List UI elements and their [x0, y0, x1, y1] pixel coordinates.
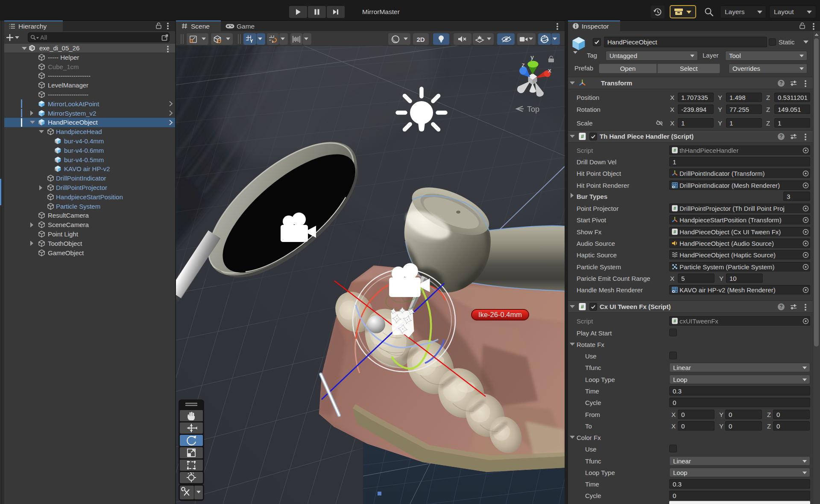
svg-text:z: z: [521, 61, 525, 68]
svg-text:#: #: [674, 318, 676, 323]
svg-text:Ike-26-0.4mm: Ike-26-0.4mm: [478, 311, 522, 318]
svg-text:#: #: [674, 229, 676, 234]
svg-text:Y: Y: [250, 38, 253, 44]
svg-text:#: #: [581, 133, 584, 140]
svg-text:Top: Top: [527, 105, 539, 114]
svg-text:?: ?: [779, 304, 782, 310]
svg-text:x: x: [548, 67, 551, 74]
svg-text:#: #: [674, 206, 676, 211]
svg-text:#: #: [674, 148, 676, 153]
svg-text:#: #: [581, 303, 584, 310]
svg-text:y: y: [530, 53, 534, 61]
svg-text:?: ?: [779, 134, 782, 140]
svg-text:?: ?: [779, 80, 782, 86]
